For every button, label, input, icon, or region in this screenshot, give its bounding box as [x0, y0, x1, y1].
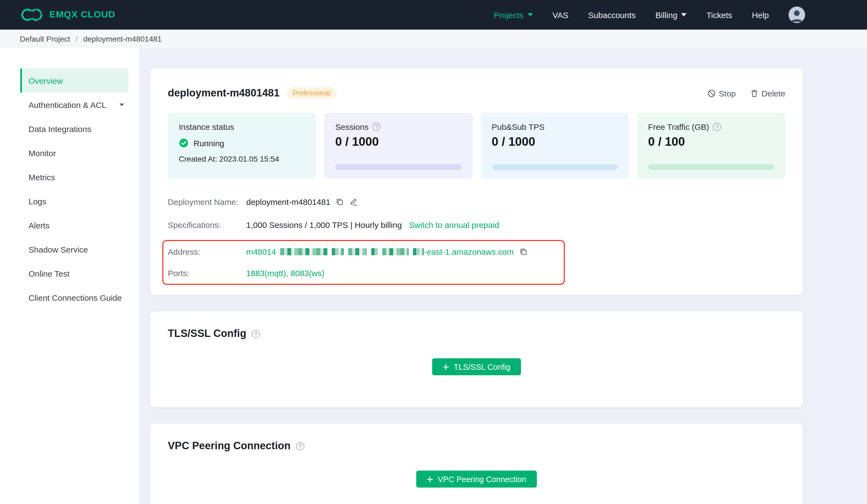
- deployment-title: deployment-m4801481: [168, 87, 280, 99]
- help-icon[interactable]: [713, 123, 721, 131]
- switch-annual-prepaid-link[interactable]: Switch to annual prepaid: [409, 220, 499, 229]
- vpc-peering-actions: VPC Peering Connection: [168, 471, 785, 487]
- sidebar-item-label: Online Test: [29, 269, 69, 278]
- nav-subaccounts-label: Subaccounts: [588, 10, 635, 20]
- free-traffic-progress-bar: [648, 164, 774, 170]
- sidebar-item-label: Logs: [29, 196, 46, 206]
- ports-row: Ports: 1883(mqtt), 8083(ws): [168, 262, 564, 284]
- nav-tickets[interactable]: Tickets: [706, 10, 732, 20]
- redacted-block: [382, 248, 408, 255]
- add-vpc-peering-label: VPC Peering Connection: [438, 475, 526, 483]
- pubsub-tps-label: Pub&Sub TPS: [492, 122, 618, 131]
- sidebar-item-client-connections-guide[interactable]: Client Connections Guide: [20, 285, 128, 309]
- trash-icon: [750, 89, 758, 97]
- edit-pencil-icon: [350, 197, 358, 206]
- sidebar-item-metrics[interactable]: Metrics: [20, 165, 128, 189]
- redacted-block: [280, 248, 328, 255]
- copy-icon: [519, 248, 527, 256]
- specifications-row: Specifications: 1,000 Sessions / 1,000 T…: [168, 213, 785, 236]
- ports-label: Ports:: [168, 269, 246, 278]
- sessions-label: Sessions: [335, 122, 462, 131]
- deployment-fields: Deployment Name: deployment-m4801481: [168, 190, 785, 285]
- stop-button-label: Stop: [719, 88, 736, 98]
- ports-value: 1883(mqtt), 8083(ws): [246, 269, 324, 278]
- breadcrumb: Default Project / deployment-m4801481: [0, 30, 867, 48]
- sidebar-item-label: Overview: [29, 76, 63, 85]
- sidebar-item-data-integrations[interactable]: Data Integrations: [20, 117, 128, 141]
- brand[interactable]: EMQX CLOUD: [20, 7, 115, 23]
- specifications-label: Specifications:: [168, 220, 246, 229]
- pubsub-tps-value: 0 / 1000: [492, 135, 618, 149]
- sessions-progress-bar: [335, 164, 462, 170]
- address-prefix: m48014: [246, 247, 276, 256]
- stop-icon: [707, 89, 716, 97]
- edit-deployment-name-button[interactable]: [350, 197, 358, 206]
- sidebar-item-overview[interactable]: Overview: [20, 68, 128, 92]
- nav-vas[interactable]: VAS: [553, 10, 568, 20]
- breadcrumb-project[interactable]: Default Project: [20, 34, 70, 43]
- sidebar-item-shadow-service[interactable]: Shadow Service: [20, 237, 128, 261]
- sidebar-item-label: Alerts: [29, 220, 50, 230]
- deployment-header: deployment-m4801481 Professional Stop: [168, 87, 785, 99]
- add-vpc-peering-button[interactable]: VPC Peering Connection: [417, 471, 537, 487]
- copy-icon: [336, 197, 344, 206]
- redacted-block: [348, 248, 367, 255]
- address-suffix: -east-1.amazonaws.com: [424, 247, 514, 256]
- sidebar-item-label: Authentication & ACL: [29, 100, 106, 109]
- address-highlight-annotation: Address: m48014-east-1.amazonaws.com: [162, 240, 565, 285]
- sidebar-item-online-test[interactable]: Online Test: [20, 261, 128, 285]
- redacted-block: [371, 248, 378, 255]
- redacted-block: [332, 248, 344, 255]
- address-label: Address:: [168, 247, 246, 256]
- free-traffic-value: 0 / 100: [648, 135, 774, 149]
- delete-button[interactable]: Delete: [750, 88, 785, 98]
- sidebar-item-label: Monitor: [29, 148, 56, 157]
- check-circle-icon: [179, 138, 189, 148]
- nav-help-label: Help: [752, 10, 769, 20]
- chevron-down-icon: [681, 13, 687, 17]
- sidebar-item-label: Data Integrations: [29, 124, 91, 133]
- sidebar-item-authentication-acl[interactable]: Authentication & ACL: [20, 92, 128, 117]
- plus-icon: [427, 476, 434, 482]
- sidebar-item-label: Shadow Service: [29, 244, 88, 254]
- instance-status-label: Instance status: [179, 122, 305, 131]
- navbar-menu: Projects VAS Subaccounts Billing Tickets…: [494, 7, 805, 23]
- nav-projects[interactable]: Projects: [494, 10, 533, 20]
- sidebar-item-monitor[interactable]: Monitor: [20, 141, 128, 165]
- add-tls-ssl-config-button[interactable]: TLS/SSL Config: [432, 358, 521, 375]
- emqx-cloud-console: EMQX CLOUD Projects VAS Subaccounts Bill…: [0, 0, 867, 504]
- copy-deployment-name-button[interactable]: [336, 197, 344, 206]
- sessions-card: Sessions 0 / 1000: [324, 113, 473, 178]
- deployment-name-value: deployment-m4801481: [246, 197, 330, 206]
- nav-help[interactable]: Help: [752, 10, 769, 20]
- copy-address-button[interactable]: [519, 248, 527, 256]
- user-avatar[interactable]: [789, 7, 805, 23]
- add-tls-ssl-config-label: TLS/SSL Config: [454, 362, 511, 371]
- nav-billing[interactable]: Billing: [655, 10, 687, 20]
- stat-label-text: Free Traffic (GB): [648, 122, 709, 131]
- sidebar-item-alerts[interactable]: Alerts: [20, 213, 128, 237]
- address-row: Address: m48014-east-1.amazonaws.com: [168, 241, 564, 262]
- help-icon[interactable]: [252, 329, 260, 338]
- help-icon[interactable]: [372, 123, 381, 131]
- deployment-name-row: Deployment Name: deployment-m4801481: [168, 190, 785, 213]
- delete-button-label: Delete: [761, 88, 785, 98]
- pubsub-tps-card: Pub&Sub TPS 0 / 1000: [481, 113, 629, 178]
- nav-subaccounts[interactable]: Subaccounts: [588, 10, 635, 20]
- brand-name: EMQX CLOUD: [49, 9, 115, 20]
- sidebar-item-logs[interactable]: Logs: [20, 189, 128, 213]
- plan-badge: Professional: [287, 87, 337, 99]
- main-content: deployment-m4801481 Professional Stop: [139, 48, 867, 504]
- sessions-value: 0 / 1000: [335, 135, 462, 149]
- chevron-down-icon: [119, 103, 124, 106]
- help-icon[interactable]: [296, 442, 304, 450]
- breadcrumb-deployment: deployment-m4801481: [83, 34, 161, 43]
- page-body: Overview Authentication & ACL Data Integ…: [0, 48, 867, 504]
- stop-button[interactable]: Stop: [707, 88, 736, 98]
- top-navbar: EMQX CLOUD Projects VAS Subaccounts Bill…: [0, 0, 867, 30]
- vpc-peering-title: VPC Peering Connection: [168, 440, 291, 452]
- vpc-peering-card: VPC Peering Connection VPC Peering Conne…: [150, 424, 803, 504]
- tls-ssl-title: TLS/SSL Config: [168, 328, 246, 340]
- nav-tickets-label: Tickets: [706, 10, 732, 20]
- stat-label-text: Sessions: [335, 122, 369, 131]
